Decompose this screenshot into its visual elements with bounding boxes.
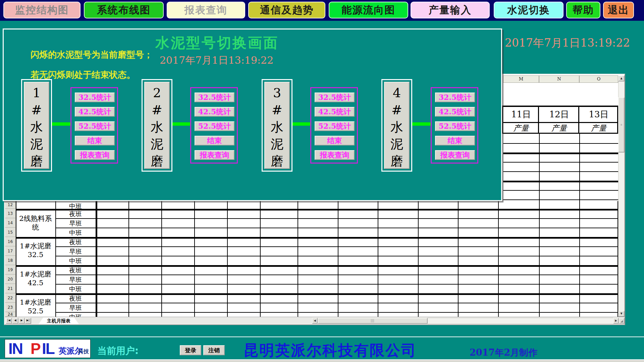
mill1-button-stat425[interactable]: 42.5统计 <box>75 107 115 117</box>
grid-line <box>16 293 618 295</box>
shift-cell: 中班 <box>56 257 95 265</box>
mill-label: 3 # 水 泥 磨 <box>264 82 290 169</box>
logo-text-suffix: 科技 <box>78 348 89 355</box>
grid-line <box>503 143 618 144</box>
grid-line <box>55 275 618 275</box>
tab-prev-icon[interactable]: ◀ <box>12 318 18 324</box>
grid-line <box>502 122 618 123</box>
mill4-button-stat525[interactable]: 52.5统计 <box>435 121 475 131</box>
made-date: 2017年2月制作 <box>470 347 537 359</box>
mill4-button-report[interactable]: 报表查询 <box>435 150 475 160</box>
v-scroll-up-arrow-icon[interactable]: ▲ <box>618 75 625 81</box>
mill3-button-report[interactable]: 报表查询 <box>315 150 355 160</box>
mill4-button-stat325[interactable]: 32.5统计 <box>435 93 475 102</box>
day-header: 13日 <box>579 107 618 122</box>
grid-line <box>16 209 618 210</box>
nav-button-1[interactable]: 监控结构图 <box>3 2 80 18</box>
mill-connector <box>52 122 70 126</box>
row-number: 15 <box>5 228 16 237</box>
nav-button-3[interactable]: 报表查询 <box>167 2 245 18</box>
tab-last-icon[interactable]: ▶| <box>25 318 31 324</box>
mill1-button-stat525[interactable]: 52.5统计 <box>75 121 115 131</box>
tab-next-icon[interactable]: ▶ <box>18 318 25 324</box>
h-scroll-left-arrow-icon[interactable]: ◀ <box>312 318 318 324</box>
mill3-button-end[interactable]: 结束 <box>315 136 355 145</box>
grid-line <box>55 303 618 303</box>
h-scrollbar-thumb[interactable]: ||| <box>318 318 428 324</box>
row-number: 24 <box>5 312 16 317</box>
v-scrollbar-thumb[interactable]: ≡ <box>618 97 625 153</box>
grid-line <box>503 162 618 163</box>
shift-cell: 夜班 <box>56 238 95 247</box>
login-button[interactable]: 登录 <box>180 345 201 355</box>
grid-line <box>418 201 419 317</box>
screen: MNO11日12日13日产量产量产量12中班13夜班14早班15中班16夜班17… <box>0 0 644 362</box>
sheet-tab[interactable]: 主机月报表 <box>39 317 79 324</box>
cement-switch-dialog: 闪烁的水泥型号为当前磨型号； 若无闪烁则处于结束状态。 水泥型号切换画面 201… <box>3 28 502 201</box>
grid-line <box>503 190 618 191</box>
mill4-button-end[interactable]: 结束 <box>435 136 475 145</box>
resize-corner-icon: ◢ <box>619 318 625 324</box>
group-label: 2线熟料系统 <box>16 214 55 232</box>
grid-line <box>539 201 540 317</box>
mill1-button-report[interactable]: 报表查询 <box>75 150 115 160</box>
row-number: 19 <box>5 265 16 275</box>
group-sub-label: 52.5 <box>16 307 55 315</box>
mill1-button-stat325[interactable]: 32.5统计 <box>75 93 115 102</box>
shift-cell: 早班 <box>56 304 95 312</box>
nav-button-5[interactable]: 能源流向图 <box>329 2 408 18</box>
shift-cell: 夜班 <box>56 210 95 219</box>
mill-box-3: 3 # 水 泥 磨 <box>262 79 292 172</box>
company-logo: IN P IL 英派尔 科技 <box>5 339 91 358</box>
mill2-button-report[interactable]: 报表查询 <box>195 150 234 160</box>
grid-line <box>503 153 618 154</box>
mill2-button-stat325[interactable]: 32.5统计 <box>195 93 234 102</box>
group-label: 1#水泥磨 <box>16 270 55 279</box>
column-header-M: M <box>503 75 539 83</box>
shift-cell: 早班 <box>56 247 95 256</box>
nav-button-8[interactable]: 帮助 <box>566 2 600 18</box>
nav-button-4[interactable]: 通信及趋势 <box>248 2 325 18</box>
shift-cell: 夜班 <box>56 294 95 303</box>
nav-button-9[interactable]: 退出 <box>603 2 634 18</box>
production-subheader: 产量 <box>539 124 579 133</box>
grid-line <box>55 312 618 313</box>
mill4-button-stat425[interactable]: 42.5统计 <box>435 107 475 117</box>
group-sub-label: 42.5 <box>16 279 55 287</box>
grid-line <box>55 218 618 219</box>
current-user-label: 当前用户: <box>97 345 139 357</box>
mill3-button-stat425[interactable]: 42.5统计 <box>315 107 355 117</box>
grid-line <box>458 201 459 317</box>
row-number: 20 <box>5 275 16 284</box>
mill3-button-stat325[interactable]: 32.5统计 <box>315 93 355 102</box>
tab-first-icon[interactable]: |◀ <box>6 318 12 324</box>
group-sub-label: 32.5 <box>16 250 55 259</box>
mill1-button-end[interactable]: 结束 <box>75 136 115 145</box>
shift-cell: 中班 <box>56 285 95 294</box>
h-scroll-right-arrow-icon[interactable]: ▶ <box>613 318 619 324</box>
system-datetime: 2017年7月1日13:19:22 <box>505 36 630 51</box>
grid-line <box>539 134 540 201</box>
grid-line <box>96 201 97 317</box>
shift-cell: 中班 <box>56 229 95 237</box>
grid-line <box>338 201 338 317</box>
dialog-datetime: 2017年7月1日13:19:22 <box>160 54 273 67</box>
company-name: 昆明英派尔科技有限公司 <box>244 341 417 360</box>
mill-box-2: 2 # 水 泥 磨 <box>142 79 172 172</box>
mill-label: 1 # 水 泥 磨 <box>24 82 49 169</box>
grid-line <box>378 201 378 317</box>
mill2-button-stat525[interactable]: 52.5统计 <box>195 121 234 131</box>
grid-line <box>194 201 195 317</box>
nav-button-2[interactable]: 系统布线图 <box>84 2 164 18</box>
nav-button-6[interactable]: 产量输入 <box>411 2 490 18</box>
grid-line <box>55 228 618 228</box>
mill2-button-end[interactable]: 结束 <box>195 136 234 145</box>
nav-button-7[interactable]: 水泥切换 <box>494 2 564 18</box>
logout-button[interactable]: 注销 <box>203 345 225 355</box>
row-number: 16 <box>5 237 16 246</box>
v-scroll-down-arrow-icon[interactable]: ▼ <box>618 311 625 317</box>
grid-line <box>128 201 129 317</box>
mill-connector <box>172 122 190 126</box>
mill2-button-stat425[interactable]: 42.5统计 <box>195 107 234 117</box>
mill3-button-stat525[interactable]: 52.5统计 <box>315 121 355 131</box>
